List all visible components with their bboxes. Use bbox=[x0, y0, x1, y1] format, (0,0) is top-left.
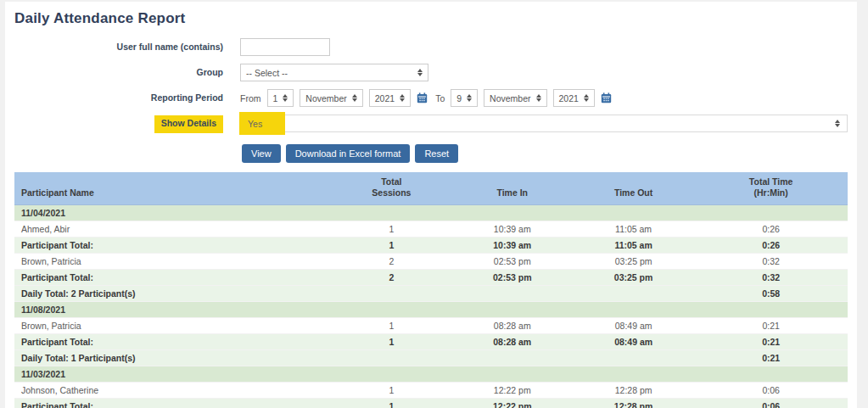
attendance-table-body: 11/04/2021Ahmed, Abir110:39 am11:05 am0:… bbox=[14, 205, 848, 408]
cell-time-in bbox=[452, 350, 573, 366]
cell-time-out: 11:05 am bbox=[573, 221, 694, 238]
table-row: Ahmed, Abir110:39 am11:05 am0:26 bbox=[14, 221, 848, 238]
cell-sessions: 1 bbox=[331, 383, 451, 399]
cell-name: Brown, Patricia bbox=[14, 254, 331, 270]
user-full-name-label: User full name (contains) bbox=[14, 38, 223, 53]
from-year-value: 2021 bbox=[375, 93, 395, 103]
table-row: 11/08/2021 bbox=[14, 302, 848, 318]
col-total-time: Total Time (Hr:Min) bbox=[694, 172, 848, 205]
table-row: Brown, Patricia202:53 pm03:25 pm0:32 bbox=[14, 254, 848, 270]
cell-sessions: 1 bbox=[331, 238, 451, 254]
user-full-name-input[interactable] bbox=[240, 38, 330, 56]
page-title: Daily Attendance Report bbox=[14, 10, 848, 27]
date-cell: 11/04/2021 bbox=[14, 205, 848, 221]
cell-sessions bbox=[331, 286, 451, 302]
cell-total: 0:06 bbox=[694, 383, 848, 399]
cell-time-in: 02:53 pm bbox=[452, 270, 573, 286]
view-button[interactable]: View bbox=[242, 144, 281, 163]
from-label: From bbox=[240, 93, 261, 103]
cell-name: Participant Total: bbox=[14, 270, 331, 286]
to-day-select[interactable]: 9 bbox=[451, 89, 478, 107]
cell-total: 0:26 bbox=[694, 238, 848, 254]
form-row-user-full-name: User full name (contains) bbox=[14, 38, 848, 56]
to-year-select[interactable]: 2021 bbox=[553, 89, 595, 107]
cell-sessions: 1 bbox=[331, 334, 451, 350]
table-row: Johnson, Catherine112:22 pm12:28 pm0:06 bbox=[14, 383, 848, 399]
reporting-period-label: Reporting Period bbox=[14, 89, 223, 103]
show-details-value: Yes bbox=[248, 119, 262, 129]
report-page: Daily Attendance Report User full name (… bbox=[5, 2, 857, 408]
form-row-group: Group -- Select -- bbox=[14, 64, 848, 81]
form-row-show-details: Show Details Yes bbox=[14, 115, 848, 133]
from-year-select[interactable]: 2021 bbox=[369, 89, 411, 107]
to-month-select[interactable]: November bbox=[484, 89, 546, 107]
to-day-value: 9 bbox=[456, 93, 462, 103]
chevron-updown-icon bbox=[400, 94, 405, 103]
chevron-updown-icon bbox=[352, 94, 357, 103]
cell-total: 0:58 bbox=[694, 286, 848, 302]
cell-name: Daily Total: 2 Participant(s) bbox=[14, 286, 331, 302]
cell-sessions: 1 bbox=[331, 318, 451, 334]
cell-time-in: 10:39 am bbox=[452, 238, 573, 254]
table-row: Brown, Patricia108:28 am08:49 am0:21 bbox=[14, 318, 848, 334]
cell-time-out: 12:28 pm bbox=[573, 399, 694, 408]
cell-sessions: 1 bbox=[331, 399, 451, 408]
cell-name: Johnson, Catherine bbox=[14, 383, 331, 399]
table-row: Participant Total:108:28 am08:49 am0:21 bbox=[14, 334, 848, 350]
table-row: Participant Total:202:53 pm03:25 pm0:32 bbox=[14, 270, 848, 286]
table-row: 11/03/2021 bbox=[14, 366, 848, 383]
to-calendar-icon[interactable] bbox=[601, 92, 612, 104]
to-month-value: November bbox=[490, 93, 530, 103]
from-calendar-icon[interactable] bbox=[417, 92, 428, 104]
show-details-label: Show Details bbox=[154, 115, 223, 133]
from-day-select[interactable]: 1 bbox=[267, 89, 294, 107]
cell-time-out bbox=[573, 286, 694, 302]
show-details-select[interactable]: Yes bbox=[240, 115, 848, 132]
cell-time-in: 12:22 pm bbox=[452, 383, 573, 399]
to-year-value: 2021 bbox=[559, 93, 579, 103]
cell-name: Participant Total: bbox=[14, 238, 331, 254]
cell-time-out: 08:49 am bbox=[573, 334, 694, 350]
table-row: Daily Total: 1 Participant(s)0:21 bbox=[14, 350, 848, 366]
cell-time-out bbox=[573, 350, 694, 366]
cell-total: 0:06 bbox=[694, 399, 848, 408]
cell-time-in: 10:39 am bbox=[452, 221, 573, 238]
cell-time-in: 02:53 pm bbox=[452, 254, 573, 270]
cell-time-in bbox=[452, 286, 573, 302]
from-day-value: 1 bbox=[273, 93, 278, 103]
cell-time-in: 08:28 am bbox=[452, 318, 573, 334]
table-row: Participant Total:112:22 pm12:28 pm0:06 bbox=[14, 399, 848, 408]
cell-name: Daily Total: 1 Participant(s) bbox=[14, 350, 331, 366]
cell-time-out: 08:49 am bbox=[573, 318, 694, 334]
chevron-updown-icon bbox=[584, 94, 589, 103]
table-row: 11/04/2021 bbox=[14, 205, 848, 221]
chevron-updown-icon bbox=[283, 94, 288, 103]
from-month-value: November bbox=[305, 93, 346, 103]
cell-total: 0:32 bbox=[694, 270, 848, 286]
cell-sessions: 2 bbox=[331, 270, 451, 286]
cell-time-out: 12:28 pm bbox=[573, 383, 694, 399]
chevron-updown-icon bbox=[417, 69, 423, 77]
form-row-reporting-period: Reporting Period From 1 November 2021 bbox=[14, 89, 848, 107]
cell-sessions: 2 bbox=[331, 254, 451, 270]
col-time-in: Time In bbox=[452, 172, 573, 205]
col-total-sessions: Total Sessions bbox=[331, 172, 451, 205]
date-cell: 11/03/2021 bbox=[14, 366, 848, 383]
cell-name: Brown, Patricia bbox=[14, 318, 331, 334]
cell-time-in: 12:22 pm bbox=[452, 399, 573, 408]
cell-name: Participant Total: bbox=[14, 399, 331, 408]
download-excel-button[interactable]: Download in Excel format bbox=[286, 144, 411, 163]
cell-time-out: 03:25 pm bbox=[573, 270, 694, 286]
table-row: Participant Total:110:39 am11:05 am0:26 bbox=[14, 238, 848, 254]
cell-sessions bbox=[331, 350, 451, 366]
cell-name: Participant Total: bbox=[14, 334, 331, 350]
cell-time-in: 08:28 am bbox=[452, 334, 573, 350]
cell-time-out: 11:05 am bbox=[573, 238, 694, 254]
col-participant-name: Participant Name bbox=[14, 172, 331, 205]
to-label: To bbox=[435, 93, 445, 103]
col-time-out: Time Out bbox=[573, 172, 694, 205]
group-select[interactable]: -- Select -- bbox=[240, 64, 428, 81]
cell-total: 0:26 bbox=[694, 221, 848, 238]
reset-button[interactable]: Reset bbox=[415, 144, 458, 163]
from-month-select[interactable]: November bbox=[300, 89, 362, 107]
